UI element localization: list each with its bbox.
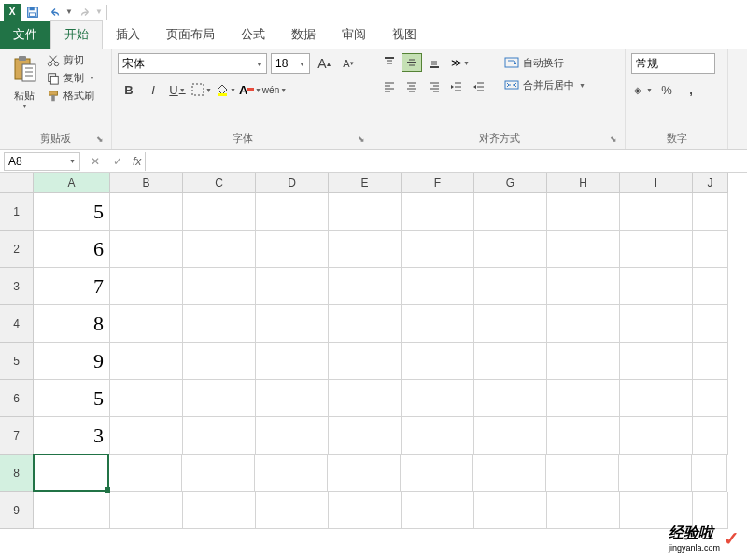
cell-C5[interactable] [183,343,256,380]
cell-F9[interactable] [402,492,474,529]
cell-G2[interactable] [474,231,547,268]
align-top-button[interactable] [379,53,400,72]
paste-dropdown[interactable]: ▼ [21,103,28,109]
cell-C9[interactable] [183,492,256,529]
cell-E5[interactable] [329,343,402,380]
cell-D2[interactable] [256,231,329,268]
cell-G4[interactable] [474,305,547,343]
decrease-font-button[interactable]: A▾ [338,53,359,74]
column-header-H[interactable]: H [547,173,620,193]
cell-F2[interactable] [402,231,474,268]
cell-F4[interactable] [402,305,474,343]
cell-J5[interactable] [693,343,728,380]
cell-A4[interactable]: 8 [34,305,110,343]
qat-customize[interactable]: ‾ [109,7,112,17]
cell-H3[interactable] [547,268,620,305]
cell-C3[interactable] [183,268,256,305]
cell-G6[interactable] [474,380,547,417]
column-header-C[interactable]: C [183,173,256,193]
border-button[interactable]: ▼ [190,79,213,100]
comma-button[interactable]: , [680,79,702,100]
name-box[interactable]: A8 ▼ [4,152,80,171]
cell-H6[interactable] [547,380,620,417]
align-right-button[interactable] [424,77,444,96]
cell-F6[interactable] [402,380,474,417]
cell-H1[interactable] [547,193,620,231]
cell-H5[interactable] [547,343,620,380]
align-bottom-button[interactable] [424,53,444,72]
tab-home[interactable]: 开始 [50,20,103,49]
cell-J1[interactable] [693,193,728,231]
cell-D8[interactable] [255,455,328,492]
cell-B5[interactable] [110,343,183,380]
cell-J2[interactable] [693,231,728,268]
column-header-I[interactable]: I [620,173,693,193]
font-color-button[interactable]: A▼ [239,79,261,100]
cell-I3[interactable] [620,268,693,305]
cell-E2[interactable] [329,231,402,268]
cell-E7[interactable] [329,417,402,455]
phonetic-button[interactable]: wén▼ [263,79,286,100]
cell-H7[interactable] [547,417,620,455]
row-header-8[interactable]: 8 [0,455,34,492]
cell-D4[interactable] [256,305,329,343]
decrease-indent-button[interactable] [446,77,467,96]
cell-C8[interactable] [182,455,255,492]
align-middle-button[interactable] [402,53,422,72]
cell-H8[interactable] [546,455,619,492]
cell-C1[interactable] [183,193,256,231]
row-header-6[interactable]: 6 [0,380,34,417]
number-format-select[interactable]: 常规 [631,53,715,74]
tab-insert[interactable]: 插入 [103,21,153,49]
column-header-J[interactable]: J [693,173,728,193]
row-header-1[interactable]: 1 [0,193,34,231]
cell-I1[interactable] [620,193,693,231]
cell-F5[interactable] [402,343,474,380]
cell-G7[interactable] [474,417,547,455]
cell-G3[interactable] [474,268,547,305]
select-all-corner[interactable] [0,173,34,193]
cell-E6[interactable] [329,380,402,417]
align-center-button[interactable] [402,77,422,96]
tab-file[interactable]: 文件 [0,21,50,49]
cell-B9[interactable] [110,492,183,529]
cell-E8[interactable] [328,455,401,492]
tab-data[interactable]: 数据 [278,21,329,49]
redo-dropdown[interactable]: ▼ [95,7,103,16]
column-header-E[interactable]: E [329,173,402,193]
italic-button[interactable]: I [142,79,164,100]
cell-D7[interactable] [256,417,329,455]
cell-I4[interactable] [620,305,693,343]
font-launcher[interactable]: ⬊ [358,134,369,146]
font-size-select[interactable]: 18 ▼ [271,53,310,74]
bold-button[interactable]: B [118,79,140,100]
cell-G1[interactable] [474,193,547,231]
formula-input[interactable] [145,152,747,171]
row-header-5[interactable]: 5 [0,343,34,380]
cell-C4[interactable] [183,305,256,343]
cell-C6[interactable] [183,380,256,417]
cell-G8[interactable] [473,455,546,492]
increase-indent-button[interactable] [469,77,489,96]
cell-D1[interactable] [256,193,329,231]
cell-E4[interactable] [329,305,402,343]
cell-F7[interactable] [402,417,474,455]
cell-D9[interactable] [256,492,329,529]
alignment-launcher[interactable]: ⬊ [610,134,621,146]
cell-J4[interactable] [693,305,728,343]
row-header-3[interactable]: 3 [0,268,34,305]
cell-B8[interactable] [109,455,182,492]
format-painter-button[interactable]: 格式刷 [47,89,95,103]
enter-button[interactable]: ✓ [106,152,129,171]
tab-review[interactable]: 审阅 [329,21,379,49]
cell-B4[interactable] [110,305,183,343]
row-header-4[interactable]: 4 [0,305,34,343]
cell-I6[interactable] [620,380,693,417]
cell-A6[interactable]: 5 [34,380,110,417]
column-header-B[interactable]: B [110,173,183,193]
cell-F8[interactable] [401,455,473,492]
cell-J8[interactable] [692,455,727,492]
cell-D3[interactable] [256,268,329,305]
cell-E1[interactable] [329,193,402,231]
cell-B1[interactable] [110,193,183,231]
